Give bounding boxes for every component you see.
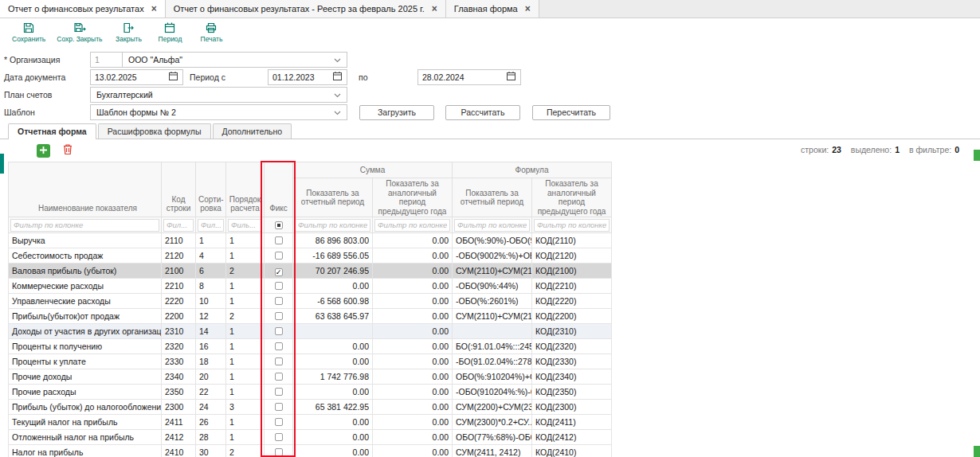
window-tab-main-form[interactable]: Главная форма × xyxy=(446,0,539,18)
cell-sum-current[interactable]: 70 207 246.95 xyxy=(293,264,373,279)
cell-order[interactable]: 3 xyxy=(226,400,265,415)
period-to-input[interactable] xyxy=(418,70,506,84)
cell-formula-current[interactable]: СУМ(2411, 2412) xyxy=(453,445,532,457)
cell-formula-current[interactable]: -ОБО(%:2601%) xyxy=(453,294,532,309)
period-button[interactable]: Период xyxy=(149,21,190,44)
cell-sort[interactable]: 30 xyxy=(196,445,226,457)
fix-checkbox[interactable] xyxy=(275,388,283,396)
cell-code[interactable]: 2200 xyxy=(162,309,196,324)
cell-name[interactable]: Доходы от участия в других организаци... xyxy=(9,324,162,339)
table-row[interactable]: Коммерческие расходы2210810.000.00-ОБО(9… xyxy=(9,279,612,294)
cell-sum-previous[interactable]: 0.00 xyxy=(373,248,453,264)
organization-code-input[interactable] xyxy=(90,52,122,68)
cell-name[interactable]: Себестоимость продаж xyxy=(9,248,162,264)
template-select[interactable]: Шаблон формы № 2 xyxy=(90,104,347,120)
cell-formula-previous[interactable]: КОД(2412) xyxy=(532,430,612,445)
window-tab-report[interactable]: Отчет о финансовых результатах × xyxy=(0,0,166,18)
cell-sort[interactable]: 12 xyxy=(196,309,226,324)
cell-formula-current[interactable]: ОБО(%:90%)-ОБО(9... xyxy=(453,233,532,248)
close-button[interactable]: Закрыть xyxy=(108,21,149,44)
table-row[interactable]: Управленческие расходы2220101-6 568 600.… xyxy=(9,294,612,309)
table-row[interactable]: Доходы от участия в других организаци...… xyxy=(9,324,612,339)
cell-name[interactable]: Коммерческие расходы xyxy=(9,279,162,294)
cell-fix[interactable] xyxy=(265,385,293,400)
cell-order[interactable]: 1 xyxy=(226,369,265,385)
doc-date-field[interactable] xyxy=(90,69,183,85)
calendar-icon[interactable] xyxy=(332,70,343,84)
cell-sort[interactable]: 10 xyxy=(196,294,226,309)
cell-formula-current[interactable]: -БО(91.02.04%::278... xyxy=(453,354,532,369)
cell-sum-previous[interactable]: 0.00 xyxy=(373,233,453,248)
cell-order[interactable]: 2 xyxy=(226,309,265,324)
cell-formula-current[interactable]: -ОБО(910204%:%)-С... xyxy=(453,385,532,400)
cell-formula-previous[interactable]: КОД(2220) xyxy=(532,294,612,309)
cell-sum-previous[interactable]: 0.00 xyxy=(373,294,453,309)
tab-additional[interactable]: Дополнительно xyxy=(213,123,292,139)
cell-formula-current[interactable]: ОБО(77%:68%)-ОБО... xyxy=(453,430,532,445)
cell-order[interactable]: 1 xyxy=(226,430,265,445)
tab-close-icon[interactable]: × xyxy=(432,4,437,14)
column-header-name[interactable]: Наименование показателя xyxy=(9,162,162,217)
column-header-sum-previous[interactable]: Показатель за аналогичный период предыду… xyxy=(373,178,453,217)
cell-formula-current[interactable]: ОБО(%:910204%)+О... xyxy=(453,369,532,385)
column-header-formula-previous[interactable]: Показатель за аналогичный период предыду… xyxy=(532,178,612,217)
cell-name[interactable]: Прибыль(убыток)от продаж xyxy=(9,309,162,324)
filter-input-name[interactable] xyxy=(10,219,159,232)
cell-formula-current[interactable]: СУМ(2110)+СУМ(21... xyxy=(453,309,532,324)
table-row[interactable]: Отложенный налог на прибыль24122810.000.… xyxy=(9,430,612,445)
cell-sum-current[interactable]: 0.00 xyxy=(293,354,373,369)
splitter-handle-left[interactable] xyxy=(0,154,4,174)
cell-order[interactable]: 1 xyxy=(226,324,265,339)
doc-date-input[interactable] xyxy=(91,70,168,84)
cell-formula-previous[interactable]: КОД(2110) xyxy=(532,233,612,248)
period-to-field[interactable] xyxy=(417,69,521,85)
cell-formula-previous[interactable]: КОД(2210) xyxy=(532,279,612,294)
cell-sum-previous[interactable]: 0.00 xyxy=(373,279,453,294)
table-row[interactable]: Прочие доходы23402011 742 776.980.00ОБО(… xyxy=(9,369,612,385)
cell-sort[interactable]: 20 xyxy=(196,369,226,385)
cell-name[interactable]: Управленческие расходы xyxy=(9,294,162,309)
cell-formula-current[interactable]: -ОБО(90%:44%) xyxy=(453,279,532,294)
tab-close-icon[interactable]: × xyxy=(525,4,531,14)
cell-name[interactable]: Проценты к уплате xyxy=(9,354,162,369)
table-row[interactable]: Выручка21101186 896 803.000.00ОБО(%:90%)… xyxy=(9,233,612,248)
cell-sum-current[interactable]: 0.00 xyxy=(293,415,373,430)
cell-sort[interactable]: 6 xyxy=(196,264,226,279)
window-tab-registry[interactable]: Отчет о финансовых результатах - Реестр … xyxy=(166,0,446,18)
cell-formula-current[interactable] xyxy=(453,324,532,339)
cell-code[interactable]: 2340 xyxy=(162,369,196,385)
fix-checkbox[interactable] xyxy=(275,312,283,320)
cell-sum-previous[interactable]: 0.00 xyxy=(373,264,453,279)
cell-sort[interactable]: 22 xyxy=(196,385,226,400)
cell-fix[interactable] xyxy=(265,339,293,354)
cell-sort[interactable]: 26 xyxy=(196,415,226,430)
cell-sum-previous[interactable]: 0.00 xyxy=(373,339,453,354)
cell-order[interactable]: 2 xyxy=(226,264,265,279)
cell-sum-current[interactable]: -16 689 556.05 xyxy=(293,248,373,264)
fix-checkbox[interactable] xyxy=(275,357,283,365)
cell-fix[interactable] xyxy=(265,430,293,445)
splitter-handle-right-bottom[interactable] xyxy=(974,446,980,457)
cell-sum-previous[interactable]: 0.00 xyxy=(373,400,453,415)
cell-order[interactable]: 1 xyxy=(226,339,265,354)
column-header-code[interactable]: Код строки xyxy=(162,162,196,217)
table-row[interactable]: Прочие расходы23502210.000.00-ОБО(910204… xyxy=(9,385,612,400)
table-row[interactable]: Текущий налог на прибыль24112610.000.00С… xyxy=(9,415,612,430)
fix-checkbox[interactable] xyxy=(275,373,283,381)
cell-sum-current[interactable]: 86 896 803.00 xyxy=(293,233,373,248)
filter-input-sort[interactable] xyxy=(198,219,224,232)
filter-input-formula-current[interactable] xyxy=(454,219,530,232)
period-from-field[interactable] xyxy=(268,69,347,85)
cell-name[interactable]: Отложенный налог на прибыль xyxy=(9,430,162,445)
table-row[interactable]: Прибыль(убыток)от продаж220012263 638 64… xyxy=(9,309,612,324)
cell-fix[interactable] xyxy=(265,415,293,430)
table-row[interactable]: Себестоимость продаж212041-16 689 556.05… xyxy=(9,248,612,264)
calendar-icon[interactable] xyxy=(168,70,178,84)
fix-checkbox[interactable] xyxy=(275,297,283,305)
cell-formula-previous[interactable]: КОД(2340) xyxy=(532,369,612,385)
cell-sum-previous[interactable]: 0.00 xyxy=(373,385,453,400)
load-button[interactable]: Загрузить xyxy=(359,105,434,120)
cell-sort[interactable]: 14 xyxy=(196,324,226,339)
filter-input-sum-current[interactable] xyxy=(295,219,370,232)
cell-code[interactable]: 2350 xyxy=(162,385,196,400)
